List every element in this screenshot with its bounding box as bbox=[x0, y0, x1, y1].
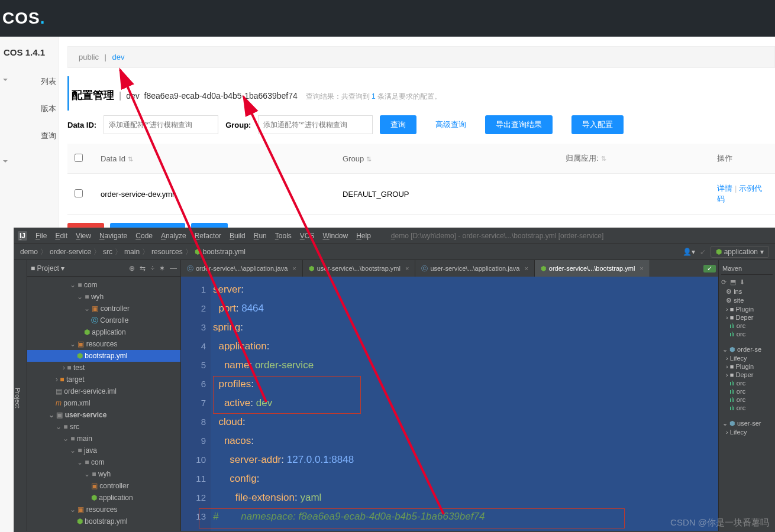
close-icon[interactable]: × bbox=[640, 265, 643, 272]
user-icon[interactable]: 👤▾ bbox=[683, 248, 695, 256]
menu-code[interactable]: Code bbox=[135, 232, 153, 240]
watermark: CSDN @你是一块番薯吗 bbox=[670, 517, 769, 528]
config-table: Data Id⇅ Group⇅ 归属应用:⇅ 操作 order-service-… bbox=[67, 144, 775, 215]
close-icon[interactable]: × bbox=[292, 265, 296, 272]
close-icon[interactable]: × bbox=[524, 265, 528, 272]
close-icon[interactable]: × bbox=[405, 265, 409, 272]
project-panel: ■ Project ▾ ⊕ ⇆ ÷ ✶ — ⌄ ■ com⌄ ■ wyh⌄ ▣ … bbox=[27, 260, 181, 531]
logo: COS. bbox=[2, 9, 45, 28]
settings-icon[interactable]: ✶ bbox=[159, 264, 165, 273]
ide-menubar: IJ File Edit View Navigate Code Analyze … bbox=[14, 228, 775, 244]
ide-icon: IJ bbox=[18, 231, 27, 241]
ide-path: demo [D:\wyh\demo] - order-service\...\b… bbox=[391, 232, 603, 240]
menu-build[interactable]: Build bbox=[230, 232, 246, 240]
editor-tab-2[interactable]: ⓒuser-service\...\application.java× bbox=[415, 260, 534, 277]
download-icon[interactable]: ⬇ bbox=[740, 278, 745, 286]
menu-navigate[interactable]: Navigate bbox=[99, 232, 127, 240]
run-config[interactable]: ⬢application▾ bbox=[711, 246, 769, 258]
result-count: 查询结果：共查询到 1 条满足要求的配置。 bbox=[306, 92, 441, 102]
menu-file[interactable]: File bbox=[35, 232, 47, 240]
page-title: 配置管理 bbox=[72, 88, 114, 102]
namespace-tabs: public | dev bbox=[67, 46, 775, 68]
checkmark-icon[interactable]: ✓ bbox=[703, 265, 716, 273]
advanced-query-link[interactable]: 高级查询 bbox=[435, 119, 466, 130]
menu-view[interactable]: View bbox=[76, 232, 91, 240]
editor-tab-0[interactable]: ⓒorder-service\...\application.java× bbox=[181, 260, 303, 277]
menu-run[interactable]: Run bbox=[254, 232, 267, 240]
cell-data-id: order-service-dev.yml bbox=[93, 174, 335, 215]
data-id-label: Data ID: bbox=[67, 121, 96, 129]
sidebar-collapse[interactable] bbox=[0, 150, 59, 166]
sidebar-item-2[interactable]: 查询 bbox=[0, 122, 59, 150]
collapse-icon[interactable]: ÷ bbox=[150, 264, 154, 273]
target-icon[interactable]: ⊕ bbox=[129, 264, 135, 273]
menu-help[interactable]: Help bbox=[356, 232, 371, 240]
hide-icon[interactable]: — bbox=[170, 264, 177, 273]
editor-tab-3[interactable]: ⬢order-service\...\bootstrap.yml× bbox=[535, 260, 650, 277]
row-checkbox[interactable] bbox=[75, 189, 83, 197]
ns-tab-public[interactable]: public bbox=[79, 53, 99, 61]
menu-edit[interactable]: Edit bbox=[55, 232, 67, 240]
refresh-icon[interactable]: ⟳ bbox=[721, 278, 726, 286]
import-config-button[interactable]: 导入配置 bbox=[571, 115, 624, 134]
editor-tabs: ⓒorder-service\...\application.java× ⬢us… bbox=[181, 260, 718, 277]
maven-panel: Maven ⟳⬒⬇ ⚙ ins ⚙ site › ■ Plugin › ■ De… bbox=[718, 260, 775, 531]
data-id-input[interactable] bbox=[104, 115, 218, 134]
highlight-profiles bbox=[213, 376, 361, 414]
menu-vcs[interactable]: VCS bbox=[300, 232, 315, 240]
sidebar-item-1[interactable]: 版本 bbox=[0, 95, 59, 122]
menu-refactor[interactable]: Refactor bbox=[195, 232, 221, 240]
breadcrumb: demo〉 order-service〉 src〉 main〉 resource… bbox=[14, 244, 775, 260]
namespace-id: f8ea6ea9-ecab-4d0a-b4b5-1ba6639bef74 bbox=[144, 91, 298, 100]
code-editor[interactable]: 12345678910111213 server: port: 8464 spr… bbox=[181, 277, 718, 531]
editor-tab-1[interactable]: ⬢user-service\...\bootstrap.yml× bbox=[303, 260, 416, 277]
nacos-header: COS. bbox=[0, 0, 775, 37]
project-tool-tab[interactable]: Project bbox=[14, 260, 27, 531]
table-row: order-service-dev.yml DEFAULT_GROUP 详情|示… bbox=[67, 174, 775, 215]
highlight-namespace bbox=[199, 508, 625, 528]
select-all-checkbox[interactable] bbox=[75, 154, 83, 162]
group-label: Group: bbox=[225, 121, 251, 129]
ide-window: IJ File Edit View Navigate Code Analyze … bbox=[14, 228, 775, 532]
group-input[interactable] bbox=[258, 115, 373, 134]
detail-link[interactable]: 详情 bbox=[717, 184, 732, 193]
ns-tab-dev[interactable]: dev bbox=[112, 53, 125, 61]
menu-tools[interactable]: Tools bbox=[275, 232, 292, 240]
export-results-button[interactable]: 导出查询结果 bbox=[485, 115, 553, 134]
project-tree[interactable]: ⌄ ■ com⌄ ■ wyh⌄ ▣ controllerⓒ Controlle⬢… bbox=[27, 277, 180, 530]
query-button[interactable]: 查询 bbox=[380, 115, 416, 134]
sidebar-item-0[interactable]: 列表 bbox=[0, 68, 59, 95]
menu-analyze[interactable]: Analyze bbox=[161, 232, 186, 240]
page-title-row: 配置管理 | dev f8ea6ea9-ecab-4d0a-b4b5-1ba66… bbox=[67, 76, 775, 111]
menu-window[interactable]: Window bbox=[322, 232, 348, 240]
expand-icon[interactable]: ⇆ bbox=[140, 264, 146, 273]
cell-group: DEFAULT_GROUP bbox=[335, 174, 558, 215]
version-label: COS 1.4.1 bbox=[0, 37, 59, 68]
